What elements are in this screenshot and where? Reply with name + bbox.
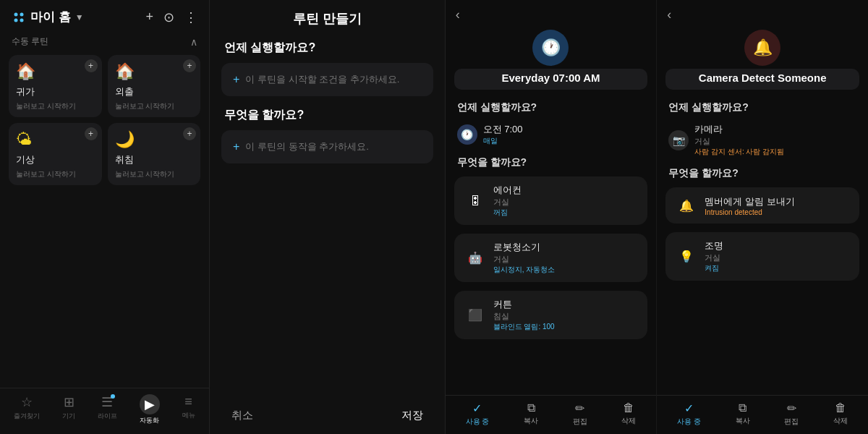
- notify-icon: 🔔: [676, 195, 697, 216]
- routine-name: 기상: [16, 153, 95, 166]
- camera-condition-sub: 사람 감지 센서: 사람 감지됨: [694, 147, 784, 157]
- everyday-copy-btn[interactable]: ⧉ 복사: [524, 401, 538, 427]
- everyday-condition-title: 오전 7:00: [483, 123, 523, 136]
- aircon-icon: 🎛: [464, 190, 486, 212]
- automation-icon: ▶: [140, 394, 160, 414]
- more-icon[interactable]: ⋮: [184, 9, 197, 25]
- routine-card-morning[interactable]: + 🌙 취침 눌러보고 시작하기: [108, 123, 201, 185]
- cancel-button[interactable]: 취소: [224, 404, 260, 427]
- everyday-condition-text: 오전 7:00 매일: [483, 123, 523, 146]
- nav-favorites[interactable]: ☆ 즐겨찾기: [14, 394, 40, 425]
- when-title: 언제 실행할까요?: [210, 35, 445, 59]
- camera-condition-text: 카메라 거실 사람 감지 센서: 사람 감지됨: [694, 123, 784, 157]
- light-room: 거실: [705, 252, 723, 263]
- nav-devices[interactable]: ⊞ 기기: [62, 394, 75, 425]
- aircon-detail: 꺼짐: [493, 208, 522, 218]
- routine-name: 취침: [115, 153, 194, 166]
- sidebar-actions: + ⊙ ⋮: [145, 9, 197, 25]
- routine-desc: 눌러보고 시작하기: [115, 101, 194, 111]
- add-icon[interactable]: +: [145, 9, 153, 25]
- check-icon-cam: ✓: [684, 401, 694, 415]
- everyday-time-icon: 🕐: [457, 124, 477, 145]
- sidebar-title: 마이 홈: [30, 9, 71, 25]
- light-name: 조명: [705, 239, 723, 252]
- svg-point-1: [20, 12, 24, 16]
- routine-card-weather[interactable]: + 🌤 기상 눌러보고 시작하기: [9, 123, 102, 185]
- add-routine-btn[interactable]: +: [85, 59, 98, 72]
- back-button[interactable]: ‹: [456, 7, 460, 22]
- camera-delete-btn[interactable]: 🗑 삭제: [833, 401, 848, 427]
- routine-card-outside[interactable]: + 🏠 외출 눌러보고 시작하기: [108, 55, 201, 117]
- routine-name: 외출: [115, 85, 194, 98]
- routine-desc: 눌러보고 시작하기: [115, 169, 194, 179]
- curtain-text: 커튼 침실 블라인드 열림: 100: [493, 298, 555, 332]
- light-icon: 💡: [676, 246, 697, 268]
- camera-condition: 📷 카메라 거실 사람 감지 센서: 사람 감지됨: [657, 117, 868, 163]
- camera-copy-btn[interactable]: ⧉ 복사: [736, 401, 750, 427]
- devices-icon: ⊞: [64, 394, 75, 410]
- add-routine-btn[interactable]: +: [183, 127, 196, 140]
- routine-card-home[interactable]: + 🏠 귀가 눌러보고 시작하기: [9, 55, 102, 117]
- nav-life[interactable]: ☰ 라이프: [98, 394, 117, 425]
- everyday-condition-sub: 매일: [483, 136, 523, 146]
- routine-name: 귀가: [16, 85, 95, 98]
- camera-trigger-label: Camera Detect Someone: [665, 69, 859, 90]
- panel-camera-nav: ‹: [657, 0, 868, 25]
- robot-text: 로봇청소기 거실 일시정지, 자동청소: [493, 241, 556, 275]
- everyday-trigger-badge: 🕐: [532, 30, 569, 66]
- light-detail: 켜짐: [705, 263, 723, 273]
- create-routine-panel: 루틴 만들기 언제 실행할까요? + 이 루틴을 시작할 조건을 추가하세요. …: [210, 0, 446, 434]
- camera-edit-btn[interactable]: ✏ 편집: [784, 401, 799, 427]
- sidebar: 마이 홈 ▼ + ⊙ ⋮ 수동 루틴 ∧ + 🏠 귀가 눌러보고 시작하기 + …: [0, 0, 210, 434]
- delete-icon: 🗑: [623, 401, 634, 414]
- panel-everyday: ‹ 🕐 Everyday 07:00 AM 언제 실행할까요? 🕐 오전 7:0…: [446, 0, 658, 434]
- home-icon: 🏠: [16, 62, 95, 81]
- add-routine-btn[interactable]: +: [183, 59, 196, 72]
- action-robot[interactable]: 🤖 로봇청소기 거실 일시정지, 자동청소: [454, 234, 648, 282]
- settings-icon[interactable]: ⊙: [163, 9, 174, 25]
- add-condition-text: 이 루틴을 시작할 조건을 추가하세요.: [245, 73, 399, 86]
- camera-using-btn[interactable]: ✓ 사용 중: [677, 401, 701, 427]
- add-action-row[interactable]: + 이 루틴의 동작을 추가하세요.: [221, 130, 433, 163]
- what-title: 무엇을 할까요?: [210, 102, 445, 126]
- back-button-camera[interactable]: ‹: [667, 7, 671, 22]
- camera-sensor-icon: 📷: [668, 130, 689, 150]
- edit-icon: ✏: [575, 401, 584, 415]
- sidebar-title-group[interactable]: 마이 홈 ▼: [12, 9, 84, 25]
- morning-icon: 🌙: [115, 130, 194, 149]
- curtain-detail: 블라인드 열림: 100: [493, 322, 555, 332]
- action-light[interactable]: 💡 조명 거실 켜짐: [665, 232, 859, 281]
- collapse-icon[interactable]: ∧: [190, 36, 197, 48]
- everyday-condition: 🕐 오전 7:00 매일: [446, 117, 657, 152]
- nav-automation[interactable]: ▶ 자동화: [140, 394, 160, 425]
- curtain-room: 침실: [493, 311, 555, 322]
- camera-room: 거실: [694, 136, 784, 147]
- create-routine-title: 루틴 만들기: [293, 10, 362, 27]
- save-button[interactable]: 저장: [394, 404, 430, 427]
- plus-icon-action: +: [233, 140, 239, 153]
- robot-room: 거실: [493, 254, 556, 265]
- svg-point-2: [14, 18, 18, 22]
- action-notify[interactable]: 🔔 멤버에게 알림 보내기 Intrusion detected: [665, 187, 859, 224]
- bottom-nav: ☆ 즐겨찾기 ⊞ 기기 ☰ 라이프 ▶ 자동화 ≡ 메뉴: [0, 388, 209, 434]
- aircon-room: 거실: [493, 197, 522, 208]
- add-condition-row[interactable]: + 이 루틴을 시작할 조건을 추가하세요.: [221, 63, 433, 96]
- create-routine-buttons: 취소 저장: [210, 397, 445, 434]
- camera-when-title: 언제 실행할까요?: [657, 97, 868, 117]
- curtain-name: 커튼: [493, 298, 555, 311]
- nav-menu[interactable]: ≡ 메뉴: [182, 394, 195, 425]
- everyday-delete-btn[interactable]: 🗑 삭제: [621, 401, 636, 427]
- camera-condition-title: 카메라: [694, 123, 784, 136]
- notify-name: 멤버에게 알림 보내기: [705, 195, 794, 208]
- everyday-edit-btn[interactable]: ✏ 편집: [573, 401, 587, 427]
- favorites-icon: ☆: [21, 394, 33, 410]
- routine-desc: 눌러보고 시작하기: [16, 101, 95, 111]
- action-aircon[interactable]: 🎛 에어컨 거실 꺼짐: [454, 176, 648, 225]
- everyday-when-title: 언제 실행할까요?: [446, 97, 657, 117]
- action-curtain[interactable]: ⬛ 커튼 침실 블라인드 열림: 100: [454, 291, 648, 339]
- life-icon: ☰: [101, 394, 113, 410]
- everyday-using-btn[interactable]: ✓ 사용 중: [466, 401, 490, 427]
- add-routine-btn[interactable]: +: [85, 127, 98, 140]
- life-badge-dot: [111, 394, 115, 399]
- svg-point-3: [20, 18, 24, 22]
